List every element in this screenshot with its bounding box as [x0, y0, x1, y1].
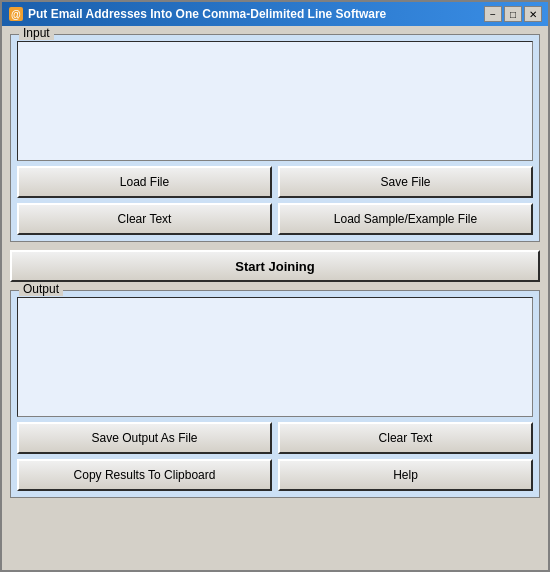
title-bar: @ Put Email Addresses Into One Comma-Del…	[2, 2, 548, 26]
load-sample-button[interactable]: Load Sample/Example File	[278, 203, 533, 235]
clear-text-output-button[interactable]: Clear Text	[278, 422, 533, 454]
input-buttons-row-2: Clear Text Load Sample/Example File	[17, 203, 533, 235]
input-group: Input Load File Save File Clear Text Loa…	[10, 34, 540, 242]
output-buttons-row-1: Save Output As File Clear Text	[17, 422, 533, 454]
maximize-button[interactable]: □	[504, 6, 522, 22]
window-controls: − □ ✕	[484, 6, 542, 22]
input-buttons-row-1: Load File Save File	[17, 166, 533, 198]
main-window: @ Put Email Addresses Into One Comma-Del…	[0, 0, 550, 572]
output-group-label: Output	[19, 282, 63, 296]
load-file-button[interactable]: Load File	[17, 166, 272, 198]
window-title: Put Email Addresses Into One Comma-Delim…	[28, 7, 480, 21]
start-container: Start Joining	[10, 248, 540, 284]
output-group: Output Save Output As File Clear Text Co…	[10, 290, 540, 498]
copy-results-button[interactable]: Copy Results To Clipboard	[17, 459, 272, 491]
help-button[interactable]: Help	[278, 459, 533, 491]
input-group-label: Input	[19, 26, 54, 40]
svg-text:@: @	[11, 9, 21, 20]
clear-text-input-button[interactable]: Clear Text	[17, 203, 272, 235]
output-buttons-row-2: Copy Results To Clipboard Help	[17, 459, 533, 491]
save-file-button[interactable]: Save File	[278, 166, 533, 198]
input-textarea-wrapper	[17, 41, 533, 161]
app-icon: @	[8, 6, 24, 22]
input-textarea[interactable]	[17, 41, 533, 161]
close-button[interactable]: ✕	[524, 6, 542, 22]
output-textarea-wrapper	[17, 297, 533, 417]
minimize-button[interactable]: −	[484, 6, 502, 22]
start-joining-button[interactable]: Start Joining	[10, 250, 540, 282]
output-textarea[interactable]	[17, 297, 533, 417]
save-output-button[interactable]: Save Output As File	[17, 422, 272, 454]
window-body: Input Load File Save File Clear Text Loa…	[2, 26, 548, 570]
